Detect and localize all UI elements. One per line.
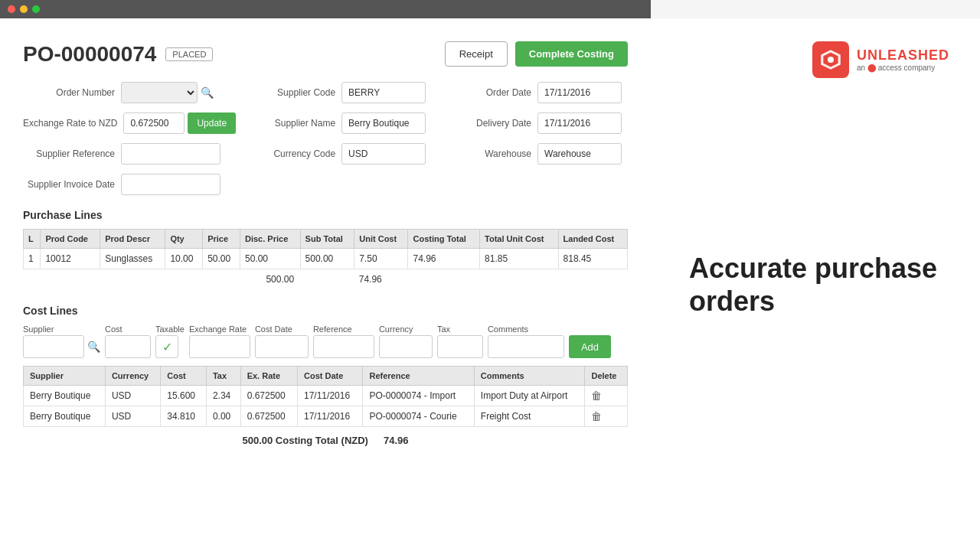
supplier-name-input[interactable] (341, 112, 426, 134)
logo-sub2: access company (878, 64, 935, 72)
currency-input[interactable] (379, 335, 433, 358)
currency-label: Currency (379, 324, 413, 334)
supplier-input-col: Supplier 🔍 (23, 324, 100, 358)
totals-empty3 (480, 269, 559, 290)
purchase-lines-table: L Prod Code Prod Descr Qty Price Disc. P… (23, 229, 628, 289)
cost-input-labels: Supplier 🔍 Cost Taxable ✓ (23, 324, 628, 358)
logo-name: UNLEASHED (857, 47, 949, 64)
order-number-select[interactable] (121, 82, 198, 103)
supplier-invoice-date-group: Supplier Invoice Date (23, 174, 236, 195)
dot-red[interactable] (8, 5, 15, 13)
cell-landed-cost: 818.45 (558, 249, 627, 269)
supplier-search-icon[interactable]: 🔍 (87, 341, 100, 353)
promo-line1: Accurate purchase (689, 253, 937, 284)
update-button[interactable]: Update (188, 112, 236, 134)
cell-costing-total: 74.96 (408, 249, 480, 269)
col-tax: Tax (206, 367, 240, 386)
cost-delete-1[interactable]: 🗑 (585, 386, 628, 406)
cost-supplier-1: Berry Boutique (24, 386, 106, 406)
supplier-invoice-date-label: Supplier Invoice Date (23, 179, 115, 190)
po-title-group: PO-00000074 PLACED (23, 42, 213, 67)
col-reference: Reference (363, 367, 474, 386)
supplier-cost-input[interactable] (23, 335, 84, 358)
logo-sub1: an (857, 64, 865, 72)
order-number-input-group: 🔍 (121, 82, 214, 103)
promo-line2: orders (689, 285, 775, 317)
costing-footer-value: 74.96 (384, 435, 409, 446)
title-bar (0, 0, 651, 18)
warehouse-input[interactable] (537, 143, 622, 165)
col-disc-price: Disc. Price (240, 230, 301, 249)
col-currency: Currency (105, 367, 160, 386)
supplier-reference-input[interactable] (121, 143, 220, 165)
receipt-button[interactable]: Receipt (445, 41, 508, 67)
totals-empty1 (300, 269, 354, 290)
cost-exrate-1: 0.672500 (240, 386, 297, 406)
taxable-checkbox[interactable]: ✓ (155, 335, 178, 358)
cost-date-2: 17/11/2016 (298, 406, 363, 427)
delete-icon-2[interactable]: 🗑 (591, 410, 602, 422)
cell-sub-total: 500.00 (300, 249, 354, 269)
reference-label: Reference (313, 324, 352, 334)
col-l: L (24, 230, 41, 249)
currency-col: Currency (379, 324, 433, 358)
delivery-date-input[interactable] (537, 112, 622, 134)
complete-costing-button[interactable]: Complete Costing (515, 41, 628, 67)
ex-rate-cost-input[interactable] (189, 335, 250, 358)
cost-reference-1: PO-0000074 - Import (363, 386, 474, 406)
order-date-label: Order Date (439, 87, 531, 98)
po-number: PO-00000074 (23, 42, 156, 67)
comments-input[interactable] (488, 335, 564, 358)
header-buttons: Receipt Complete Costing (445, 41, 628, 67)
costing-footer: 500.00 Costing Total (NZD) 74.96 (23, 435, 628, 446)
col-prod-descr: Prod Descr (100, 230, 165, 249)
warehouse-group: Warehouse (439, 143, 628, 165)
totals-empty4 (558, 269, 627, 290)
reference-input[interactable] (313, 335, 374, 358)
logo-sub: an ⬤ access company (857, 64, 949, 72)
currency-code-input[interactable] (341, 143, 426, 165)
cost-tax-2: 0.00 (206, 406, 240, 427)
supplier-name-label: Supplier Name (243, 118, 335, 129)
cell-price: 50.00 (203, 249, 240, 269)
supplier-invoice-date-input[interactable] (121, 174, 220, 195)
delivery-date-label: Delivery Date (439, 118, 531, 129)
supplier-code-input[interactable] (341, 82, 426, 103)
supplier-col-label: Supplier (23, 324, 54, 334)
cost-date-input[interactable] (255, 335, 309, 358)
order-date-group: Order Date (439, 82, 628, 103)
cost-delete-2[interactable]: 🗑 (585, 406, 628, 427)
right-panel: UNLEASHED an ⬤ access company Accurate p… (651, 18, 980, 551)
cost-date-label: Cost Date (255, 324, 292, 334)
add-button[interactable]: Add (569, 335, 611, 358)
delivery-date-group: Delivery Date (439, 112, 628, 134)
order-date-input[interactable] (537, 82, 622, 103)
delete-icon-1[interactable]: 🗑 (591, 390, 602, 402)
exchange-rate-group: Exchange Rate to NZD Update (23, 112, 236, 134)
cost-input-col: Cost (105, 324, 151, 358)
col-supplier: Supplier (24, 367, 106, 386)
page-header: PO-00000074 PLACED Receipt Complete Cost… (23, 41, 628, 67)
col-comments: Comments (474, 367, 585, 386)
logo-area: UNLEASHED an ⬤ access company (812, 41, 949, 78)
dot-green[interactable] (32, 5, 40, 13)
exchange-rate-label: Exchange Rate to NZD (23, 118, 117, 129)
reference-col: Reference (313, 324, 374, 358)
taxable-label: Taxable (155, 324, 185, 334)
cost-lines-title: Cost Lines (23, 305, 628, 317)
ex-rate-col: Exchange Rate (189, 324, 250, 358)
exchange-rate-input[interactable] (123, 112, 185, 134)
tax-input[interactable] (437, 335, 483, 358)
col-qty: Qty (165, 230, 203, 249)
cell-total-unit-cost: 81.85 (480, 249, 559, 269)
col-cost-date: Cost Date (298, 367, 363, 386)
cell-prod-code: 10012 (41, 249, 100, 269)
cell-prod-descr: Sunglasses (100, 249, 165, 269)
order-number-search-icon[interactable]: 🔍 (201, 86, 214, 99)
col-prod-code: Prod Code (41, 230, 100, 249)
dot-yellow[interactable] (20, 5, 28, 13)
supplier-reference-group: Supplier Reference (23, 143, 236, 165)
cost-comments-1: Import Duty at Airport (474, 386, 585, 406)
taxable-col: Taxable ✓ (155, 324, 185, 358)
cost-value-input[interactable] (105, 335, 151, 358)
